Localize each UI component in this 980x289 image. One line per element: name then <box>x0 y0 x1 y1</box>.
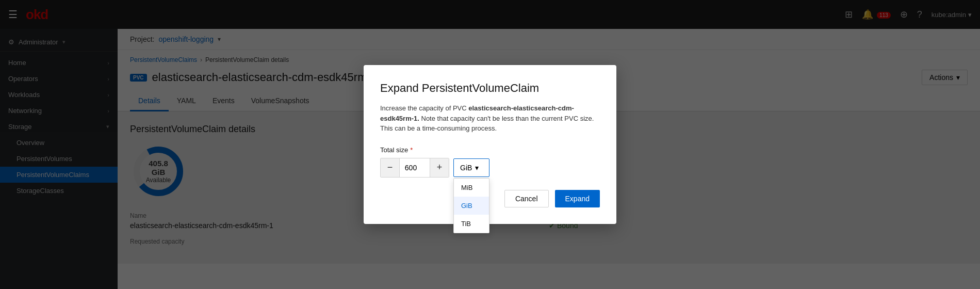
expand-pvc-modal: Expand PersistentVolumeClaim Increase th… <box>364 65 616 224</box>
unit-option-mib[interactable]: MiB <box>454 179 489 197</box>
stepper-plus-button[interactable]: + <box>430 158 449 177</box>
modal-description: Increase the capacity of PVC elasticsear… <box>380 103 600 134</box>
unit-option-gib[interactable]: GiB <box>454 197 489 215</box>
unit-dropdown-button[interactable]: GiB ▾ <box>453 158 489 177</box>
unit-chevron-icon: ▾ <box>475 164 479 172</box>
size-input-row: − + GiB ▾ MiB GiB TiB <box>380 158 600 178</box>
modal-desc-prefix: Increase the capacity of PVC <box>380 104 468 112</box>
unit-option-tib[interactable]: TiB <box>454 215 489 233</box>
required-star: * <box>410 146 413 154</box>
unit-selected-label: GiB <box>460 164 472 172</box>
size-input[interactable] <box>399 158 430 177</box>
modal-field-label: Total size * <box>380 146 600 154</box>
cancel-button[interactable]: Cancel <box>504 190 549 207</box>
total-size-label: Total size <box>380 146 408 154</box>
unit-dropdown-menu: MiB GiB TiB <box>453 178 489 233</box>
unit-select: GiB ▾ MiB GiB TiB <box>453 158 489 177</box>
modal-title: Expand PersistentVolumeClaim <box>380 82 600 95</box>
stepper-minus-button[interactable]: − <box>381 158 399 177</box>
modal-footer: Cancel Expand <box>380 190 600 207</box>
size-stepper: − + <box>380 158 449 178</box>
expand-button[interactable]: Expand <box>555 190 600 207</box>
modal-overlay: Expand PersistentVolumeClaim Increase th… <box>0 0 980 289</box>
